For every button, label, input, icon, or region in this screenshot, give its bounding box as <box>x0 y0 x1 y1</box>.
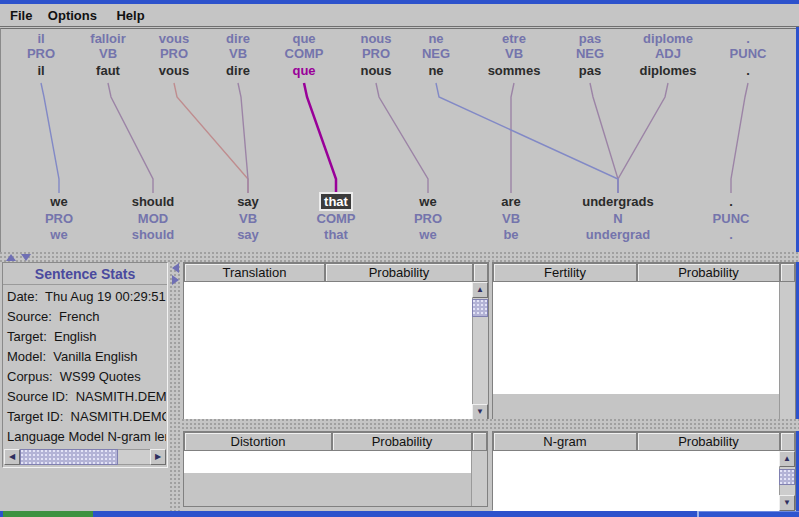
header-corner <box>473 263 488 282</box>
scroll-right-icon[interactable]: ▶ <box>150 449 166 465</box>
alignment-link[interactable] <box>41 83 59 193</box>
source-surface-row: ilfautvousdirequenousnesommespasdiplomes… <box>1 63 797 78</box>
menu-file[interactable]: File <box>10 8 32 23</box>
app-window: File Options Help ilfalloirvousdirequeno… <box>0 0 799 517</box>
ngram-table-body: should say that0.284242should say to0.11… <box>493 451 779 511</box>
target-lemma-row: weshouldsaythatwebeundergrad. <box>1 227 797 242</box>
menu-bar: File Options Help <box>0 4 799 27</box>
scrollbar-thumb[interactable] <box>472 299 488 317</box>
target-token-surface[interactable]: undergrads <box>558 194 678 209</box>
stats-line: Model: Vanilla English <box>4 347 166 367</box>
taskbar-start-segment[interactable] <box>3 511 93 517</box>
ngram-table: N-gram Probability should say that0.2842… <box>492 431 796 510</box>
stats-line: Source ID: NASMITH.DEMO1 <box>4 387 166 407</box>
fertility-table: Fertility Probability 10.75547700.214178… <box>492 262 796 419</box>
splitter-collapse-up-icon[interactable] <box>6 254 16 261</box>
stats-line: Date: Thu Aug 19 00:29:51 19 <box>4 287 166 307</box>
vertical-splitter[interactable] <box>170 262 182 511</box>
sentence-stats-title: Sentence Stats <box>3 263 167 285</box>
scroll-up-icon[interactable]: ▲ <box>779 451 795 467</box>
scroll-down-icon[interactable]: ▼ <box>472 404 488 420</box>
sentence-stats-panel: Sentence Stats Date: Thu Aug 19 00:29:51… <box>2 262 168 468</box>
fertility-scrollbar-track <box>779 282 795 420</box>
source-token-surface[interactable]: . <box>688 63 799 78</box>
translation-scrollbar[interactable]: ▲ ▼ <box>472 282 488 420</box>
scrollbar-thumb[interactable] <box>779 469 795 485</box>
target-token-lemma[interactable]: be <box>451 227 571 242</box>
alignment-link[interactable] <box>618 83 668 193</box>
scroll-up-icon[interactable]: ▲ <box>472 282 488 298</box>
scroll-down-icon[interactable]: ▼ <box>779 495 795 511</box>
target-token-lemma[interactable]: . <box>671 227 791 242</box>
alignment-link[interactable] <box>174 83 248 193</box>
splitter-collapse-down-icon[interactable] <box>21 254 31 261</box>
alignment-link[interactable] <box>436 83 618 193</box>
column-header[interactable]: Probability <box>325 263 473 282</box>
taskbar-task-button[interactable] <box>699 511 799 517</box>
ngram-scrollbar[interactable]: ▲ ▼ <box>779 451 795 511</box>
stats-line: Target: English <box>4 327 166 347</box>
source-pos-row: PROVBPROVBCOMPPRONEGVBNEGADJPUNC <box>1 46 797 61</box>
source-token-pos[interactable]: PUNC <box>688 46 799 61</box>
distortion-table: Distortion Probability 3 -> 4 | s11, t80… <box>183 431 488 507</box>
tables-horizontal-splitter[interactable] <box>182 419 799 431</box>
column-header[interactable]: Probability <box>637 432 780 451</box>
menu-help[interactable]: Help <box>116 8 144 23</box>
target-token-lemma[interactable]: undergrad <box>558 227 678 242</box>
column-header[interactable]: Probability <box>332 432 472 451</box>
column-header[interactable]: Fertility <box>493 263 637 282</box>
target-token-pos[interactable]: PUNC <box>671 211 791 226</box>
target-token-pos[interactable]: VB <box>451 211 571 226</box>
source-token-lemma[interactable]: . <box>688 31 799 46</box>
header-corner <box>780 432 795 451</box>
target-token-surface[interactable]: . <box>671 194 791 209</box>
distortion-table-body: 3 -> 4 | s11, t80.223802 <box>184 451 471 506</box>
header-corner <box>472 432 487 451</box>
column-header[interactable]: N-gram <box>493 432 637 451</box>
splitter-collapse-left-icon[interactable] <box>172 263 179 273</box>
target-token-surface[interactable]: are <box>451 194 571 209</box>
menu-options[interactable]: Options <box>48 8 97 23</box>
source-lemma-row: ilfalloirvousdirequenousneetrepasdiplome… <box>1 31 797 46</box>
sentence-stats-content: Date: Thu Aug 19 00:29:51 19Source: Fren… <box>4 287 166 447</box>
splitter-collapse-right-icon[interactable] <box>172 275 179 285</box>
target-surface-row: weshouldsaythatweareundergrads. <box>1 194 797 209</box>
translation-table: Translation Probability que0.484023ce0.1… <box>183 262 489 419</box>
alignment-link[interactable] <box>376 83 428 193</box>
translation-table-body: que0.484023ce0.186948cette0.0705333cela0… <box>184 282 472 420</box>
horizontal-splitter[interactable] <box>0 252 799 262</box>
fertility-table-body: 10.75547700.21417820.020085630.008791024… <box>493 282 779 420</box>
translation-table-header: Translation Probability <box>184 263 488 282</box>
column-header[interactable]: Probability <box>637 263 780 282</box>
stats-line: Target ID: NASMITH.DEMO1 <box>4 407 166 427</box>
distortion-scrollbar-track <box>471 451 487 506</box>
stats-line: Corpus: WS99 Quotes <box>4 367 166 387</box>
scrollbar-thumb[interactable] <box>20 449 118 465</box>
column-header[interactable]: Translation <box>184 263 325 282</box>
fertility-table-header: Fertility Probability <box>493 263 795 282</box>
alignment-panel: ilfalloirvousdirequenousneetrepasdiplome… <box>0 28 796 252</box>
selected-token-box[interactable]: that <box>319 192 353 211</box>
alignment-link[interactable] <box>731 83 748 193</box>
header-corner <box>780 263 795 282</box>
stats-horizontal-scrollbar[interactable]: ◀ ▶ <box>4 449 166 465</box>
target-token-pos[interactable]: N <box>558 211 678 226</box>
alignment-links-canvas <box>1 79 797 195</box>
distortion-table-header: Distortion Probability <box>184 432 487 451</box>
stats-line: Language Model N-gram lengt <box>4 427 166 447</box>
alignment-link[interactable] <box>511 83 514 193</box>
scroll-left-icon[interactable]: ◀ <box>4 449 20 465</box>
desktop-taskbar <box>0 511 799 517</box>
alignment-link[interactable] <box>108 83 153 193</box>
ngram-table-header: N-gram Probability <box>493 432 795 451</box>
column-header[interactable]: Distortion <box>184 432 332 451</box>
stats-line: Source: French <box>4 307 166 327</box>
target-pos-row: PROMODVBCOMPPROVBNPUNC <box>1 211 797 226</box>
alignment-link[interactable] <box>304 83 336 193</box>
